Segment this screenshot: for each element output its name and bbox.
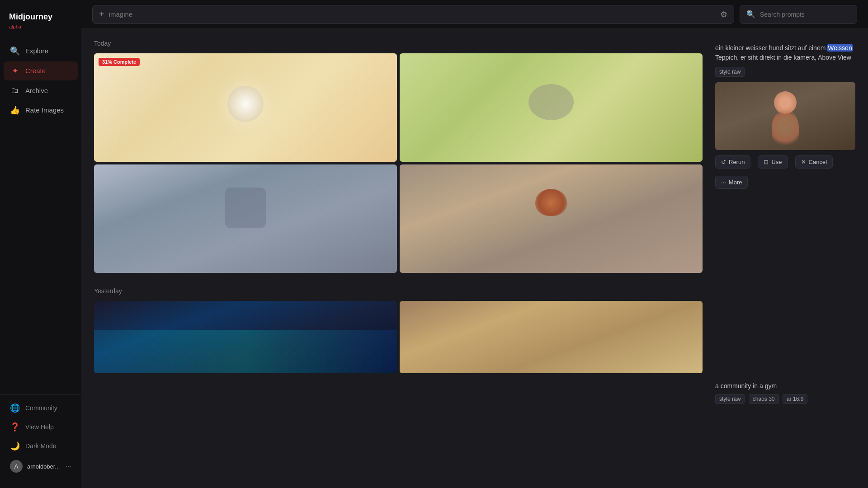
image-dog-white — [94, 53, 397, 162]
topbar: + ⚙ 🔍 — [81, 0, 868, 29]
search-input[interactable] — [760, 11, 850, 18]
sidebar: Midjourney alpha 🔍 Explore ✦ Create 🗂 Ar… — [0, 0, 81, 488]
image-jack-russell — [400, 164, 703, 273]
more-dots-icon: ··· — [721, 179, 726, 186]
sidebar-label-dark-mode: Dark Mode — [25, 442, 56, 450]
image-cell-smoke[interactable] — [94, 164, 397, 273]
today-style-tag: style raw — [715, 67, 745, 77]
imagine-plus-icon[interactable]: + — [99, 9, 104, 19]
rerun-button[interactable]: ↺ Rerun — [715, 155, 750, 169]
rate-images-icon: 👍 — [10, 105, 20, 115]
user-avatar: A — [10, 460, 23, 473]
image-gym-weights — [400, 301, 703, 373]
yesterday-style-tag-raw: style raw — [715, 394, 745, 404]
cancel-icon: ✕ — [801, 159, 806, 165]
community-icon: 🌐 — [10, 403, 20, 413]
sidebar-item-view-help[interactable]: ❓ View Help — [4, 418, 78, 436]
prompt-highlight: Weissen — [827, 44, 852, 52]
image-cell-dog-white[interactable]: 31% Complete — [94, 53, 397, 162]
yesterday-style-tag-ar: ar 16:9 — [783, 394, 807, 404]
imagine-input-wrap[interactable]: + ⚙ — [92, 5, 734, 24]
yesterday-section-label: Yesterday — [94, 287, 703, 295]
sidebar-label-archive: Archive — [25, 87, 48, 94]
settings-icon[interactable]: ⚙ — [720, 9, 727, 19]
main-area: + ⚙ 🔍 Today 31% Complete — [81, 0, 868, 488]
image-cell-dog-blur[interactable] — [400, 53, 703, 162]
right-panel: ein kleiner weisser hund sitzt auf einem… — [715, 40, 855, 477]
image-gym-run — [94, 301, 397, 373]
sidebar-item-community[interactable]: 🌐 Community — [4, 399, 78, 418]
search-wrap[interactable]: 🔍 — [740, 5, 857, 24]
more-button[interactable]: ··· More — [715, 176, 748, 189]
sidebar-label-community: Community — [25, 404, 57, 412]
today-prompt-text: ein kleiner weisser hund sitzt auf einem… — [715, 43, 855, 62]
yesterday-cell-gym-weights[interactable] — [400, 301, 703, 373]
sidebar-item-create[interactable]: ✦ Create — [4, 61, 78, 80]
sidebar-label-rate-images: Rate Images — [25, 106, 64, 114]
today-prompt-panel: ein kleiner weisser hund sitzt auf einem… — [715, 40, 855, 189]
sidebar-label-create: Create — [25, 67, 46, 75]
use-button[interactable]: ⊡ Use — [758, 155, 788, 169]
feed-column: Today 31% Complete — [94, 40, 703, 477]
cancel-button[interactable]: ✕ Cancel — [795, 155, 833, 169]
yesterday-style-tags: style raw chaos 30 ar 16:9 — [715, 394, 855, 406]
imagine-input[interactable] — [109, 10, 716, 18]
progress-badge: 31% Complete — [99, 58, 140, 66]
sidebar-label-view-help: View Help — [25, 423, 54, 431]
sidebar-item-archive[interactable]: 🗂 Archive — [4, 81, 78, 100]
sidebar-item-rate-images[interactable]: 👍 Rate Images — [4, 101, 78, 120]
preview-person-visual — [715, 82, 855, 150]
app-tagline: alpha — [9, 24, 21, 29]
yesterday-style-tag-chaos: chaos 30 — [749, 394, 779, 404]
today-image-grid: 31% Complete — [94, 53, 703, 273]
sidebar-label-explore: Explore — [25, 47, 48, 55]
today-section-label: Today — [94, 40, 703, 47]
use-icon: ⊡ — [764, 159, 769, 165]
action-bar: ↺ Rerun ⊡ Use ✕ Cancel ··· More — [715, 155, 855, 189]
rerun-icon: ↺ — [721, 159, 726, 165]
logo-area: Midjourney alpha — [0, 7, 81, 42]
preview-image-person — [715, 82, 855, 150]
image-dog-blur — [400, 53, 703, 162]
yesterday-prompt-text: a community in a gym — [715, 382, 855, 389]
explore-icon: 🔍 — [10, 46, 20, 56]
app-name: Midjourney alpha — [9, 13, 72, 31]
yesterday-image-grid — [94, 301, 703, 373]
create-icon: ✦ — [10, 66, 20, 76]
user-profile-row[interactable]: A arnoldober... ··· — [4, 455, 78, 477]
help-icon: ❓ — [10, 422, 20, 432]
yesterday-cell-gym-run[interactable] — [94, 301, 397, 373]
today-style-tags: style raw — [715, 67, 855, 79]
sidebar-item-dark-mode[interactable]: 🌙 Dark Mode — [4, 436, 78, 455]
person-head — [774, 91, 797, 114]
user-more-icon[interactable]: ··· — [66, 462, 71, 470]
yesterday-prompt-panel: a community in a gym style raw chaos 30 … — [715, 379, 855, 406]
image-smoke — [94, 164, 397, 273]
sidebar-item-explore[interactable]: 🔍 Explore — [4, 42, 78, 61]
content-area: Today 31% Complete — [81, 29, 868, 488]
sidebar-bottom: 🌐 Community ❓ View Help 🌙 Dark Mode A ar… — [0, 394, 81, 481]
image-cell-jack-russell[interactable] — [400, 164, 703, 273]
dark-mode-icon: 🌙 — [10, 441, 20, 451]
search-icon: 🔍 — [746, 10, 755, 19]
sidebar-nav: 🔍 Explore ✦ Create 🗂 Archive 👍 Rate Imag… — [0, 42, 81, 394]
archive-icon: 🗂 — [10, 86, 20, 95]
user-name: arnoldober... — [27, 463, 61, 470]
